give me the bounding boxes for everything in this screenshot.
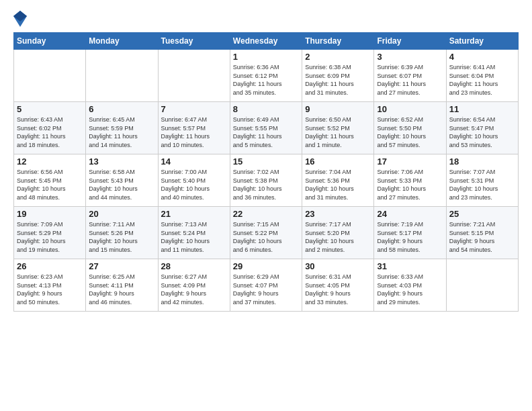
logo-icon: [13, 11, 27, 27]
calendar-cell: 28Sunrise: 6:27 AM Sunset: 4:09 PM Dayli…: [158, 259, 230, 312]
day-info: Sunrise: 7:17 AM Sunset: 5:20 PM Dayligh…: [305, 220, 371, 254]
day-info: Sunrise: 6:31 AM Sunset: 4:05 PM Dayligh…: [305, 273, 371, 306]
day-info: Sunrise: 6:41 AM Sunset: 6:04 PM Dayligh…: [449, 63, 515, 97]
calendar-cell: 23Sunrise: 7:17 AM Sunset: 5:20 PM Dayli…: [302, 207, 374, 259]
day-info: Sunrise: 6:58 AM Sunset: 5:43 PM Dayligh…: [89, 168, 154, 201]
day-number: 2: [305, 52, 371, 62]
day-info: Sunrise: 6:27 AM Sunset: 4:09 PM Dayligh…: [161, 273, 227, 306]
day-number: 5: [17, 104, 83, 114]
calendar-cell: 6Sunrise: 6:45 AM Sunset: 5:59 PM Daylig…: [86, 102, 158, 154]
day-number: 27: [89, 261, 154, 271]
calendar-cell: 26Sunrise: 6:23 AM Sunset: 4:13 PM Dayli…: [14, 259, 86, 312]
calendar-cell: 5Sunrise: 6:43 AM Sunset: 6:02 PM Daylig…: [14, 102, 86, 154]
calendar-cell: 14Sunrise: 7:00 AM Sunset: 5:40 PM Dayli…: [158, 154, 230, 207]
day-number: 28: [161, 261, 227, 271]
day-number: 11: [449, 104, 515, 114]
day-number: 30: [305, 261, 371, 271]
day-info: Sunrise: 6:45 AM Sunset: 5:59 PM Dayligh…: [89, 116, 154, 149]
day-info: Sunrise: 7:09 AM Sunset: 5:29 PM Dayligh…: [17, 220, 83, 254]
calendar-week-1: 1Sunrise: 6:36 AM Sunset: 6:12 PM Daylig…: [14, 50, 519, 102]
day-info: Sunrise: 7:07 AM Sunset: 5:31 PM Dayligh…: [449, 168, 515, 201]
calendar-cell: 18Sunrise: 7:07 AM Sunset: 5:31 PM Dayli…: [446, 154, 518, 207]
day-number: 8: [233, 104, 299, 114]
day-number: 15: [233, 156, 299, 167]
day-number: 3: [377, 52, 443, 62]
calendar-cell: [446, 259, 518, 312]
calendar-cell: 22Sunrise: 7:15 AM Sunset: 5:22 PM Dayli…: [230, 207, 302, 259]
weekday-header-sunday: Sunday: [14, 33, 86, 50]
day-number: 29: [233, 261, 299, 271]
day-info: Sunrise: 6:47 AM Sunset: 5:57 PM Dayligh…: [161, 116, 227, 149]
calendar-cell: [86, 50, 158, 102]
day-number: 4: [449, 52, 515, 62]
day-info: Sunrise: 6:29 AM Sunset: 4:07 PM Dayligh…: [233, 273, 299, 306]
day-info: Sunrise: 6:43 AM Sunset: 6:02 PM Dayligh…: [17, 116, 83, 149]
svg-marker-1: [13, 11, 27, 21]
calendar-cell: 20Sunrise: 7:11 AM Sunset: 5:26 PM Dayli…: [86, 207, 158, 259]
calendar-cell: [158, 50, 230, 102]
day-number: 23: [305, 209, 371, 219]
day-info: Sunrise: 7:11 AM Sunset: 5:26 PM Dayligh…: [89, 220, 154, 254]
day-number: 22: [233, 209, 299, 219]
day-info: Sunrise: 6:50 AM Sunset: 5:52 PM Dayligh…: [305, 116, 371, 149]
day-number: 25: [449, 209, 515, 219]
day-info: Sunrise: 7:02 AM Sunset: 5:38 PM Dayligh…: [233, 168, 299, 201]
calendar-body: 1Sunrise: 6:36 AM Sunset: 6:12 PM Daylig…: [14, 50, 519, 312]
day-number: 7: [161, 104, 227, 114]
weekday-header-saturday: Saturday: [446, 33, 518, 50]
day-info: Sunrise: 6:52 AM Sunset: 5:50 PM Dayligh…: [377, 116, 443, 149]
calendar-cell: 25Sunrise: 7:21 AM Sunset: 5:15 PM Dayli…: [446, 207, 518, 259]
calendar-cell: 24Sunrise: 7:19 AM Sunset: 5:17 PM Dayli…: [374, 207, 446, 259]
day-info: Sunrise: 7:19 AM Sunset: 5:17 PM Dayligh…: [377, 220, 443, 254]
day-info: Sunrise: 6:23 AM Sunset: 4:13 PM Dayligh…: [17, 273, 83, 306]
day-info: Sunrise: 7:13 AM Sunset: 5:24 PM Dayligh…: [161, 220, 227, 254]
calendar-cell: 27Sunrise: 6:25 AM Sunset: 4:11 PM Dayli…: [86, 259, 158, 312]
calendar-cell: 8Sunrise: 6:49 AM Sunset: 5:55 PM Daylig…: [230, 102, 302, 154]
calendar-week-2: 5Sunrise: 6:43 AM Sunset: 6:02 PM Daylig…: [14, 102, 519, 154]
calendar-week-3: 12Sunrise: 6:56 AM Sunset: 5:45 PM Dayli…: [14, 154, 519, 207]
calendar-table: SundayMondayTuesdayWednesdayThursdayFrid…: [13, 32, 519, 312]
page-header: [13, 11, 519, 27]
calendar-header-row: SundayMondayTuesdayWednesdayThursdayFrid…: [14, 33, 519, 50]
day-number: 13: [89, 156, 154, 167]
calendar-cell: 31Sunrise: 6:33 AM Sunset: 4:03 PM Dayli…: [374, 259, 446, 312]
day-number: 16: [305, 156, 371, 167]
day-number: 14: [161, 156, 227, 167]
day-number: 12: [17, 156, 83, 167]
day-info: Sunrise: 7:00 AM Sunset: 5:40 PM Dayligh…: [161, 168, 227, 201]
logo: [13, 11, 30, 27]
day-info: Sunrise: 6:36 AM Sunset: 6:12 PM Dayligh…: [233, 63, 299, 97]
weekday-header-thursday: Thursday: [302, 33, 374, 50]
calendar-cell: 19Sunrise: 7:09 AM Sunset: 5:29 PM Dayli…: [14, 207, 86, 259]
day-number: 20: [89, 209, 154, 219]
weekday-header-tuesday: Tuesday: [158, 33, 230, 50]
day-number: 10: [377, 104, 443, 114]
calendar-cell: 30Sunrise: 6:31 AM Sunset: 4:05 PM Dayli…: [302, 259, 374, 312]
calendar-cell: 15Sunrise: 7:02 AM Sunset: 5:38 PM Dayli…: [230, 154, 302, 207]
day-info: Sunrise: 7:06 AM Sunset: 5:33 PM Dayligh…: [377, 168, 443, 201]
calendar-cell: 21Sunrise: 7:13 AM Sunset: 5:24 PM Dayli…: [158, 207, 230, 259]
calendar-cell: 29Sunrise: 6:29 AM Sunset: 4:07 PM Dayli…: [230, 259, 302, 312]
day-number: 17: [377, 156, 443, 167]
calendar-cell: 10Sunrise: 6:52 AM Sunset: 5:50 PM Dayli…: [374, 102, 446, 154]
day-number: 6: [89, 104, 154, 114]
day-info: Sunrise: 7:15 AM Sunset: 5:22 PM Dayligh…: [233, 220, 299, 254]
calendar-cell: 16Sunrise: 7:04 AM Sunset: 5:36 PM Dayli…: [302, 154, 374, 207]
calendar-cell: 11Sunrise: 6:54 AM Sunset: 5:47 PM Dayli…: [446, 102, 518, 154]
day-info: Sunrise: 6:39 AM Sunset: 6:07 PM Dayligh…: [377, 63, 443, 97]
calendar-cell: 4Sunrise: 6:41 AM Sunset: 6:04 PM Daylig…: [446, 50, 518, 102]
calendar-cell: 2Sunrise: 6:38 AM Sunset: 6:09 PM Daylig…: [302, 50, 374, 102]
day-number: 18: [449, 156, 515, 167]
calendar-cell: 13Sunrise: 6:58 AM Sunset: 5:43 PM Dayli…: [86, 154, 158, 207]
calendar-cell: 12Sunrise: 6:56 AM Sunset: 5:45 PM Dayli…: [14, 154, 86, 207]
day-number: 9: [305, 104, 371, 114]
calendar-cell: 3Sunrise: 6:39 AM Sunset: 6:07 PM Daylig…: [374, 50, 446, 102]
weekday-header-friday: Friday: [374, 33, 446, 50]
calendar-cell: [14, 50, 86, 102]
weekday-header-monday: Monday: [86, 33, 158, 50]
day-info: Sunrise: 7:21 AM Sunset: 5:15 PM Dayligh…: [449, 220, 515, 254]
calendar-cell: 17Sunrise: 7:06 AM Sunset: 5:33 PM Dayli…: [374, 154, 446, 207]
weekday-header-wednesday: Wednesday: [230, 33, 302, 50]
day-number: 1: [233, 52, 299, 62]
calendar-week-4: 19Sunrise: 7:09 AM Sunset: 5:29 PM Dayli…: [14, 207, 519, 259]
